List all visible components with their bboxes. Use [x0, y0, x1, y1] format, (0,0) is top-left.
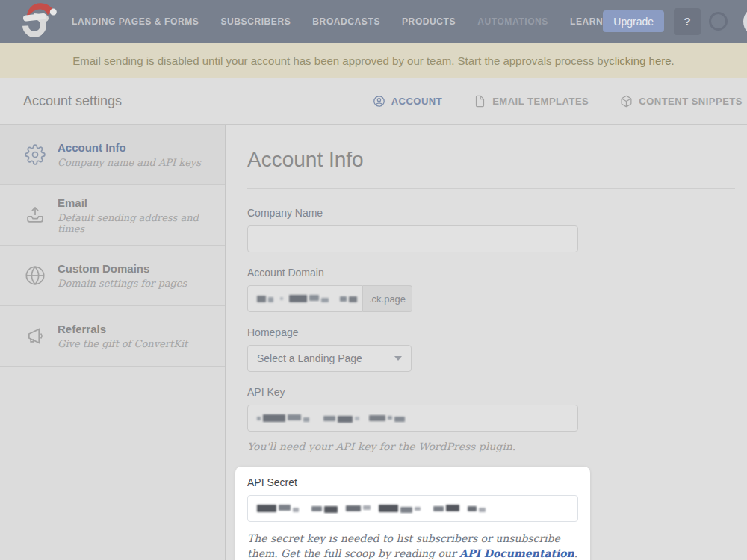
- app-root: LANDING PAGES & FORMS SUBSCRIBERS BROADC…: [0, 0, 747, 560]
- tab-content-snippets[interactable]: CONTENT SNIPPETS: [620, 95, 743, 108]
- account-domain-label: Account Domain: [247, 267, 735, 279]
- nav-item-landing-pages-forms[interactable]: LANDING PAGES & FORMS: [72, 16, 199, 27]
- nav-item-subscribers[interactable]: SUBSCRIBERS: [220, 16, 291, 27]
- nav-menu: LANDING PAGES & FORMS SUBSCRIBERS BROADC…: [72, 16, 603, 27]
- tab-label: CONTENT SNIPPETS: [639, 96, 743, 107]
- sidebar-item-title: Custom Domains: [58, 262, 187, 275]
- account-info-panel: Account Info Company Name Account Domain: [226, 125, 747, 560]
- approval-banner: Email sending is disabled until your acc…: [0, 43, 747, 78]
- nav-item-products[interactable]: PRODUCTS: [402, 16, 456, 27]
- company-name-input[interactable]: [247, 225, 578, 252]
- api-secret-spotlight: API Secret: [235, 467, 590, 560]
- convertkit-logo[interactable]: [19, 3, 60, 40]
- globe-icon: [25, 265, 46, 286]
- upgrade-button[interactable]: Upgrade: [603, 10, 664, 32]
- settings-sidebar: Account Info Company name and API keys E…: [0, 125, 226, 560]
- sidebar-item-custom-domains[interactable]: Custom Domains Domain settings for pages: [0, 246, 225, 306]
- sidebar-item-email[interactable]: Email Default sending address and times: [0, 185, 225, 246]
- api-key-label: API Key: [247, 386, 735, 398]
- homepage-selected-value: Select a Landing Page: [257, 352, 362, 364]
- sidebar-item-subtitle: Company name and API keys: [58, 157, 201, 168]
- tab-email-templates[interactable]: EMAIL TEMPLATES: [474, 95, 589, 108]
- select-caret-icon: [394, 356, 402, 361]
- sidebar-item-account-info[interactable]: Account Info Company name and API keys: [0, 125, 225, 185]
- outbox-icon: [25, 205, 46, 225]
- api-key-input[interactable]: [247, 405, 578, 432]
- sidebar-item-title: Referrals: [58, 323, 187, 335]
- api-key-field: API Key You'll need your API key for the…: [247, 386, 735, 452]
- top-nav: LANDING PAGES & FORMS SUBSCRIBERS BROADC…: [0, 0, 747, 43]
- santa-hat-icon: [20, 0, 60, 22]
- company-name-field: Company Name: [247, 207, 735, 252]
- user-silhouette-icon: [743, 7, 747, 37]
- sidebar-item-subtitle: Give the gift of ConvertKit: [58, 338, 187, 349]
- sidebar-item-text: Email Default sending address and times: [58, 196, 225, 234]
- api-secret-label: API Secret: [247, 476, 578, 488]
- cube-icon: [620, 95, 633, 108]
- tab-label: EMAIL TEMPLATES: [492, 96, 589, 107]
- sidebar-item-text: Account Info Company name and API keys: [58, 141, 201, 168]
- api-secret-hint: The secret key is needed to list subscri…: [247, 531, 580, 560]
- settings-content: Account Info Company name and API keys E…: [0, 125, 747, 560]
- api-secret-input[interactable]: [247, 495, 578, 522]
- tab-account[interactable]: ACCOUNT: [373, 95, 443, 108]
- company-name-label: Company Name: [247, 207, 735, 219]
- nav-item-automations[interactable]: AUTOMATIONS: [477, 16, 548, 27]
- banner-message: Email sending is disabled until your acc…: [72, 55, 609, 67]
- avatar[interactable]: [743, 7, 747, 37]
- api-key-hint: You'll need your API key for the WordPre…: [247, 441, 735, 452]
- sidebar-item-title: Account Info: [58, 141, 201, 154]
- file-icon: [474, 95, 486, 108]
- account-domain-input[interactable]: [247, 285, 363, 312]
- divider: [247, 188, 735, 189]
- homepage-label: Homepage: [247, 326, 735, 338]
- api-secret-hint-after: .: [574, 547, 577, 559]
- api-documentation-link[interactable]: API Documentation: [459, 547, 574, 559]
- megaphone-icon: [25, 326, 46, 346]
- account-domain-field: Account Domain .ck.page: [247, 267, 735, 312]
- nav-right-actions: Upgrade ?: [603, 7, 747, 37]
- settings-header: Account settings ACCOUNT EMAIL TEMPLATES: [0, 78, 747, 125]
- gear-icon: [25, 144, 46, 165]
- sidebar-item-subtitle: Default sending address and times: [58, 212, 225, 234]
- homepage-field: Homepage Select a Landing Page: [247, 326, 735, 372]
- homepage-select[interactable]: Select a Landing Page: [247, 345, 412, 372]
- sidebar-item-subtitle: Domain settings for pages: [58, 278, 187, 289]
- settings-tabs: ACCOUNT EMAIL TEMPLATES CONTENT SNIPPETS: [373, 95, 743, 108]
- nav-item-broadcasts[interactable]: BROADCASTS: [312, 16, 380, 27]
- sidebar-item-text: Referrals Give the gift of ConvertKit: [58, 323, 187, 349]
- banner-link[interactable]: clicking here.: [609, 55, 675, 67]
- user-circle-icon: [373, 95, 385, 108]
- notification-ring-icon[interactable]: [709, 12, 728, 31]
- tab-label: ACCOUNT: [391, 96, 443, 107]
- section-title: Account Info: [247, 148, 735, 172]
- domain-suffix: .ck.page: [363, 285, 412, 312]
- sidebar-item-title: Email: [58, 196, 225, 209]
- sidebar-item-text: Custom Domains Domain settings for pages: [58, 262, 187, 289]
- help-button[interactable]: ?: [674, 8, 701, 35]
- nav-item-learn[interactable]: LEARN: [570, 16, 603, 27]
- sidebar-item-referrals[interactable]: Referrals Give the gift of ConvertKit: [0, 306, 225, 367]
- page-title: Account settings: [23, 93, 122, 109]
